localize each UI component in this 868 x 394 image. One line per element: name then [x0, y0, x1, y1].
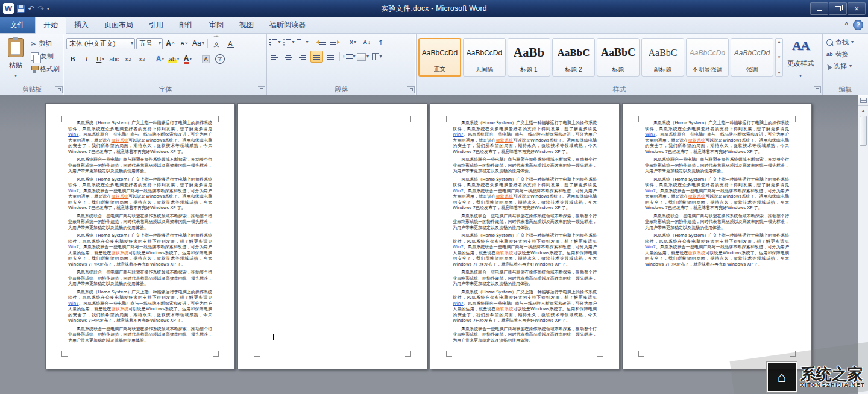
- justify-button[interactable]: [310, 51, 323, 63]
- styles-dialog-launcher[interactable]: [814, 86, 821, 93]
- tab-references[interactable]: 引用: [141, 17, 171, 33]
- paragraph[interactable]: 凤凰系统联合一些电脑厂商与联盟在操作系统领域不断探索，推动整个行业最终形成统一的…: [68, 214, 212, 231]
- replace-button[interactable]: ab 替换: [825, 48, 866, 60]
- enclose-characters-button[interactable]: 字: [213, 53, 226, 65]
- select-button[interactable]: 选择 ▾: [825, 60, 866, 72]
- paragraph[interactable]: 凤凰系统（Home System）广义上指一种能够运行于电脑上的操作系统软件，凤…: [453, 290, 597, 324]
- superscript-button[interactable]: x2: [136, 53, 148, 65]
- grow-font-button[interactable]: A˄: [164, 37, 177, 49]
- find-dropdown-icon[interactable]: ▾: [851, 40, 854, 44]
- tab-foxit[interactable]: 福昕阅读器: [262, 17, 313, 33]
- change-styles-dropdown-icon[interactable]: ▾: [799, 74, 802, 78]
- gallery-up-icon[interactable]: ▲: [778, 40, 781, 43]
- style-no-spacing[interactable]: AaBbCcDd无间隔: [463, 38, 506, 77]
- copy-button[interactable]: 复制: [30, 50, 61, 63]
- help-icon[interactable]: ?: [853, 20, 863, 30]
- document-page-4[interactable]: 凤凰系统（Home System）广义上指一种能够运行于电脑上的操作系统软件，凤…: [622, 103, 812, 369]
- style-subtle-emphasis[interactable]: AaBbCcDd不明显强调: [686, 38, 729, 77]
- decrease-indent-button[interactable]: [315, 36, 327, 48]
- highlight-color-button[interactable]: ab▾: [168, 53, 180, 65]
- close-button[interactable]: ×: [848, 2, 866, 15]
- paragraph[interactable]: 凤凰系统联合一些电脑厂商与联盟在操作系统领域不断探索，推动整个行业最终形成统一的…: [68, 270, 212, 287]
- gallery-more-icon[interactable]: ▼: [778, 71, 781, 75]
- font-name-combo[interactable]: 宋体 (中文正文) ▾: [66, 38, 135, 49]
- tab-mailings[interactable]: 邮件: [171, 17, 201, 33]
- align-left-button[interactable]: [269, 51, 281, 63]
- hyperlink[interactable]: Win7: [68, 301, 79, 306]
- cut-button[interactable]: ✂ 剪切: [30, 37, 61, 50]
- redo-icon[interactable]: ↷: [37, 5, 44, 13]
- phonetic-guide-button[interactable]: wén文: [210, 36, 223, 51]
- paragraph[interactable]: 凤凰系统（Home System）广义上指一种能够运行于电脑上的操作系统软件，凤…: [453, 177, 597, 211]
- paragraph[interactable]: 凤凰系统联合一些电脑厂商与联盟在操作系统领域不断探索，推动整个行业最终形成统一的…: [68, 327, 212, 344]
- font-size-combo[interactable]: 五号 ▾: [136, 38, 163, 49]
- shading-button[interactable]: ▾: [357, 51, 370, 63]
- multilevel-list-button[interactable]: ▾: [297, 36, 309, 48]
- style-title[interactable]: AaBbC标题: [597, 38, 640, 77]
- paragraph[interactable]: 凤凰系统（Home System）广义上指一种能够运行于电脑上的操作系统软件，凤…: [68, 120, 212, 155]
- clipboard-dialog-launcher[interactable]: [55, 86, 63, 93]
- style-normal[interactable]: AaBbCcDd正文: [418, 38, 461, 77]
- scroll-up-button[interactable]: ▲: [858, 106, 868, 115]
- document-page-1[interactable]: 凤凰系统（Home System）广义上指一种能够运行于电脑上的操作系统软件，凤…: [45, 103, 235, 369]
- shrink-font-button[interactable]: A˅: [178, 37, 190, 49]
- align-center-button[interactable]: [283, 51, 295, 63]
- hyperlink[interactable]: Win7: [645, 245, 656, 249]
- minimize-button[interactable]: [810, 2, 828, 15]
- ruler-toggle-button[interactable]: [858, 95, 868, 106]
- paragraph[interactable]: 凤凰系统（Home System）广义上指一种能够运行于电脑上的操作系统软件，凤…: [645, 233, 789, 267]
- qat-customize-icon[interactable]: ▾: [47, 6, 49, 11]
- paste-button[interactable]: 粘贴 ▾: [2, 36, 30, 80]
- paragraph[interactable]: 凤凰系统联合一些电脑厂商与联盟在操作系统领域不断探索，推动整个行业最终形成统一的…: [453, 270, 597, 287]
- tab-file[interactable]: 文件: [0, 17, 35, 33]
- italic-button[interactable]: I: [80, 53, 93, 65]
- numbering-button[interactable]: ▾: [283, 36, 295, 48]
- character-shading-button[interactable]: A: [200, 53, 212, 65]
- hyperlink[interactable]: Win7: [453, 245, 464, 249]
- paragraph[interactable]: 凤凰系统（Home System）广义上指一种能够运行于电脑上的操作系统软件，凤…: [453, 233, 597, 267]
- document-page-3[interactable]: 凤凰系统（Home System）广义上指一种能够运行于电脑上的操作系统软件，凤…: [430, 103, 620, 369]
- hyperlink[interactable]: Win7: [68, 189, 79, 193]
- style-gallery-scroll[interactable]: ▲ ▼ ▼: [775, 38, 783, 77]
- paragraph[interactable]: 凤凰系统联合一些电脑厂商与联盟在操作系统领域不断探索，推动整个行业最终形成统一的…: [453, 214, 597, 231]
- distribute-button[interactable]: [324, 51, 337, 63]
- tab-review[interactable]: 审阅: [201, 17, 231, 33]
- select-dropdown-icon[interactable]: ▾: [849, 64, 852, 68]
- hyperlink[interactable]: Win7: [453, 132, 464, 137]
- minimize-ribbon-icon[interactable]: ^: [844, 22, 848, 28]
- font-color-button[interactable]: A▾: [181, 53, 194, 65]
- text-effects-button[interactable]: A▾: [154, 53, 166, 65]
- hyperlink[interactable]: Win7: [645, 189, 656, 193]
- style-heading-2[interactable]: AaBbC标题 2: [552, 38, 595, 77]
- font-name-dropdown-icon[interactable]: ▾: [131, 42, 133, 45]
- asian-layout-button[interactable]: X▾: [347, 36, 359, 48]
- hyperlink[interactable]: Win7: [453, 189, 464, 193]
- tab-insert[interactable]: 插入: [66, 17, 96, 33]
- paragraph-dialog-launcher[interactable]: [407, 86, 415, 93]
- paragraph[interactable]: 凤凰系统（Home System）广义上指一种能够运行于电脑上的操作系统软件，凤…: [645, 120, 789, 155]
- restore-button[interactable]: [829, 2, 847, 15]
- bullets-button[interactable]: ▾: [269, 36, 281, 48]
- paragraph[interactable]: 凤凰系统（Home System）广义上指一种能够运行于电脑上的操作系统软件，凤…: [68, 233, 212, 267]
- hyperlink[interactable]: Win7: [68, 245, 79, 249]
- sort-button[interactable]: A↓: [360, 36, 373, 48]
- line-spacing-button[interactable]: ↕▾: [342, 51, 356, 63]
- paragraph[interactable]: 凤凰系统（Home System）广义上指一种能够运行于电脑上的操作系统软件，凤…: [453, 120, 597, 155]
- paragraph[interactable]: 凤凰系统（Home System）广义上指一种能够运行于电脑上的操作系统软件，凤…: [68, 290, 212, 324]
- change-styles-button[interactable]: AA 更改样式 ▾: [784, 36, 817, 80]
- strikethrough-button[interactable]: abc: [108, 53, 121, 65]
- word-app-icon[interactable]: W: [3, 3, 14, 14]
- paragraph[interactable]: 凤凰系统联合一些电脑厂商与联盟在操作系统领域不断探索，推动整个行业最终形成统一的…: [645, 214, 789, 231]
- paragraph[interactable]: 凤凰系统联合一些电脑厂商与联盟在操作系统领域不断探索，推动整个行业最终形成统一的…: [645, 157, 789, 175]
- bold-button[interactable]: B: [66, 53, 79, 65]
- paragraph[interactable]: 凤凰系统联合一些电脑厂商与联盟在操作系统领域不断探索，推动整个行业最终形成统一的…: [68, 157, 212, 175]
- tab-view[interactable]: 视图: [231, 17, 262, 33]
- paste-dropdown-icon[interactable]: ▾: [14, 74, 17, 78]
- find-button[interactable]: 查找 ▾: [825, 36, 866, 48]
- undo-icon[interactable]: ↶: [28, 5, 34, 13]
- hyperlink[interactable]: Win7: [68, 132, 79, 137]
- paragraph[interactable]: 凤凰系统联合一些电脑厂商与联盟在操作系统领域不断探索，推动整个行业最终形成统一的…: [453, 157, 597, 175]
- hyperlink[interactable]: Win7: [453, 301, 464, 306]
- underline-button[interactable]: U▾: [94, 53, 107, 65]
- style-emphasis[interactable]: AaBbCcDd强调: [731, 38, 773, 77]
